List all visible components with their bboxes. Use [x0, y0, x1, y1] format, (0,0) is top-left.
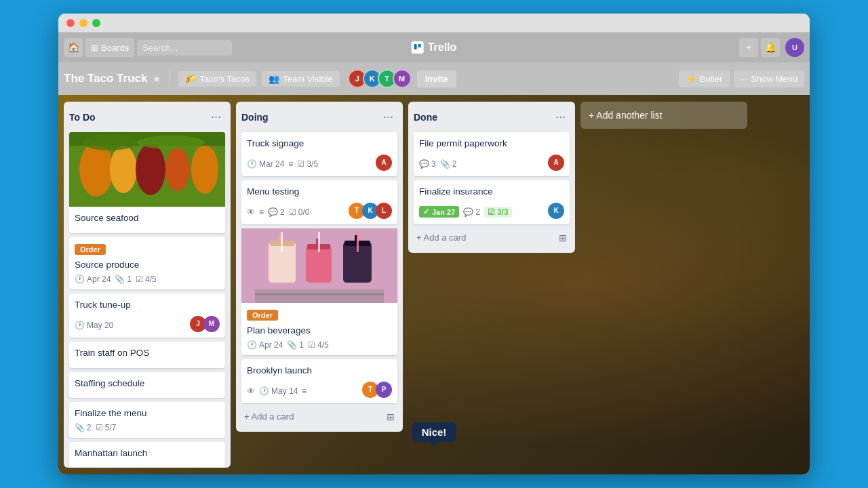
- card-staffing-schedule[interactable]: Staffing schedule: [69, 372, 225, 399]
- app-window: 🏠 ⊞ Boards Trello + 🔔 U The Taco Truck: [58, 14, 810, 474]
- meta-checklist: ☑ 4/5: [136, 274, 157, 284]
- meta-comment-permit-text: 3: [431, 159, 436, 169]
- checklist-icon-mt: ☑: [289, 207, 296, 217]
- card-title-source-produce: Source produce: [75, 259, 220, 272]
- date-badge-insurance: ✓ Jan 27: [419, 206, 459, 218]
- meta-comment-mt: 💬 2: [268, 207, 285, 217]
- meta-checklist-signage: ☑ 3/5: [297, 159, 318, 169]
- meta-comment-permit: 💬 3: [419, 159, 436, 169]
- close-button[interactable]: [66, 19, 75, 27]
- checklist-icon-finalize: ☑: [96, 423, 103, 432]
- clock-icon: 🕐: [75, 274, 85, 284]
- svg-rect-25: [255, 293, 384, 296]
- card-source-seafood[interactable]: Source seafood: [69, 132, 225, 233]
- card-meta-source-produce: 🕐 Apr 24 📎 1 ☑ 4/5: [75, 274, 220, 284]
- avatar-a: A: [376, 155, 392, 171]
- meta-date-signage-text: Mar 24: [259, 159, 284, 169]
- list-menu-todo[interactable]: ···: [207, 108, 225, 125]
- attach-icon-bev: 📎: [287, 340, 297, 350]
- card-source-produce[interactable]: Order Source produce 🕐 Apr 24 📎 1 ☑ 4/5: [69, 237, 225, 289]
- card-meta-brooklyn: 👁 🕐 May 14 ≡: [247, 386, 307, 396]
- board-header: The Taco Truck ★ 🌮 Taco's Tacos 👥 Team V…: [58, 62, 810, 95]
- workspace-label: Taco's Tacos: [199, 74, 250, 84]
- svg-point-3: [79, 142, 113, 197]
- add-list-button[interactable]: + Add another list: [580, 102, 747, 129]
- visibility-badge[interactable]: 👥 Team Visible: [262, 71, 339, 87]
- card-meta-permit: 💬 3 📎 2: [419, 159, 456, 169]
- card-label-order: Order: [75, 244, 106, 255]
- user-avatar[interactable]: U: [785, 38, 804, 57]
- watch-icon-bk: 👁: [247, 386, 255, 396]
- add-card-done[interactable]: + Add a card ⊞: [414, 228, 570, 247]
- meta-date: 🕐 Apr 24: [75, 274, 111, 284]
- card-truck-signage[interactable]: Truck signage 🕐 Mar 24 ≡ ☑ 3/5: [241, 132, 397, 176]
- card-file-permit[interactable]: File permit paperwork 💬 3 📎 2 A: [414, 132, 570, 176]
- list-menu-done[interactable]: ···: [551, 108, 570, 125]
- boards-icon: ⊞: [91, 43, 98, 53]
- card-title-brooklyn: Brooklyn launch: [247, 365, 392, 378]
- menu-icon: ···: [741, 74, 748, 84]
- list-menu-doing[interactable]: ···: [379, 108, 397, 125]
- boards-button[interactable]: ⊞ Boards: [85, 38, 134, 57]
- svg-point-10: [137, 136, 205, 149]
- meta-date-bk-text: May 14: [271, 386, 298, 396]
- add-button[interactable]: +: [739, 38, 758, 57]
- card-plan-beverages[interactable]: Order Plan beverages 🕐 Apr 24 📎 1 ☑ 4/5: [241, 228, 397, 355]
- card-title-train-staff: Train staff on POS: [75, 347, 220, 360]
- attach-icon-finalize: 📎: [75, 423, 85, 432]
- workspace-badge[interactable]: 🌮 Taco's Tacos: [178, 71, 256, 87]
- butler-button[interactable]: ⚡ Butler: [679, 70, 730, 87]
- meta-checklist-finalize-text: 5/7: [105, 423, 117, 432]
- invite-button[interactable]: Invite: [417, 70, 456, 87]
- card-title-staffing: Staffing schedule: [75, 378, 220, 390]
- list-todo: To Do ···: [64, 102, 231, 468]
- trello-logo-text: Trello: [428, 41, 457, 54]
- svg-point-6: [165, 148, 190, 191]
- svg-rect-0: [414, 44, 417, 49]
- card-title-manhattan: Manhattan launch: [75, 447, 220, 460]
- show-menu-button[interactable]: ··· Show Menu: [734, 70, 805, 87]
- meta-checklist-finalize: ☑ 5/7: [96, 423, 117, 432]
- checklist-icon: ☑: [136, 274, 143, 284]
- list-doing: Doing ··· Truck signage 🕐 Mar 24 ≡: [236, 102, 403, 432]
- board-actions: ⚡ Butler ··· Show Menu: [679, 70, 804, 87]
- meta-checklist-bev: ☑ 4/5: [308, 340, 329, 350]
- clock-icon-s: 🕐: [247, 159, 257, 169]
- add-card-doing-label: + Add a card: [244, 411, 294, 422]
- clock-icon-bev: 🕐: [247, 340, 257, 350]
- card-footer-permit: 💬 3 📎 2 A: [419, 155, 564, 171]
- meta-date-bev-text: Apr 24: [259, 340, 283, 350]
- card-menu-testing[interactable]: Menu testing 👁 ≡ 💬 2: [241, 180, 397, 224]
- card-avatars-permit: A: [548, 155, 564, 171]
- search-input[interactable]: [137, 40, 232, 56]
- show-menu-label: Show Menu: [751, 74, 797, 84]
- card-finalize-menu[interactable]: Finalize the menu 📎 2 ☑ 5/7: [69, 402, 225, 438]
- card-avatars-ins: K: [548, 203, 564, 219]
- card-meta-menu-testing: 👁 ≡ 💬 2 ☑ 0/0: [247, 207, 309, 217]
- svg-rect-24: [255, 289, 384, 303]
- list-title-done: Done: [414, 112, 437, 123]
- tooltip: Nice!: [412, 422, 456, 442]
- clock-icon-bk: 🕐: [259, 386, 269, 396]
- card-title-source-seafood: Source seafood: [75, 212, 220, 225]
- card-train-staff[interactable]: Train staff on POS: [69, 342, 225, 368]
- card-manhattan-launch[interactable]: Manhattan launch: [69, 442, 225, 468]
- card-truck-tune-up[interactable]: Truck tune-up 🕐 May 20 J M: [69, 293, 225, 338]
- card-title-plan-bev: Plan beverages: [247, 325, 392, 338]
- add-card-doing[interactable]: + Add a card ⊞: [241, 407, 397, 426]
- card-finalize-insurance[interactable]: Finalize insurance ✓ Jan 27 💬 2 ☑: [414, 180, 570, 224]
- avatar-4[interactable]: M: [393, 69, 412, 88]
- produce-illustration: [69, 132, 225, 207]
- notifications-button[interactable]: 🔔: [761, 38, 780, 57]
- comment-icon-mt: 💬: [268, 207, 278, 217]
- card-brooklyn-launch[interactable]: Brooklyn launch 👁 🕐 May 14 ≡: [241, 359, 397, 403]
- list-title-doing: Doing: [241, 112, 269, 123]
- clock-icon-truck: 🕐: [75, 321, 85, 330]
- minimize-button[interactable]: [79, 19, 87, 27]
- maximize-button[interactable]: [92, 19, 100, 27]
- list-header-done: Done ···: [414, 107, 570, 127]
- add-card-done-label: + Add a card: [416, 232, 466, 243]
- star-icon[interactable]: ★: [153, 73, 161, 84]
- home-button[interactable]: 🏠: [64, 38, 83, 57]
- date-badge-text: Jan 27: [432, 208, 455, 216]
